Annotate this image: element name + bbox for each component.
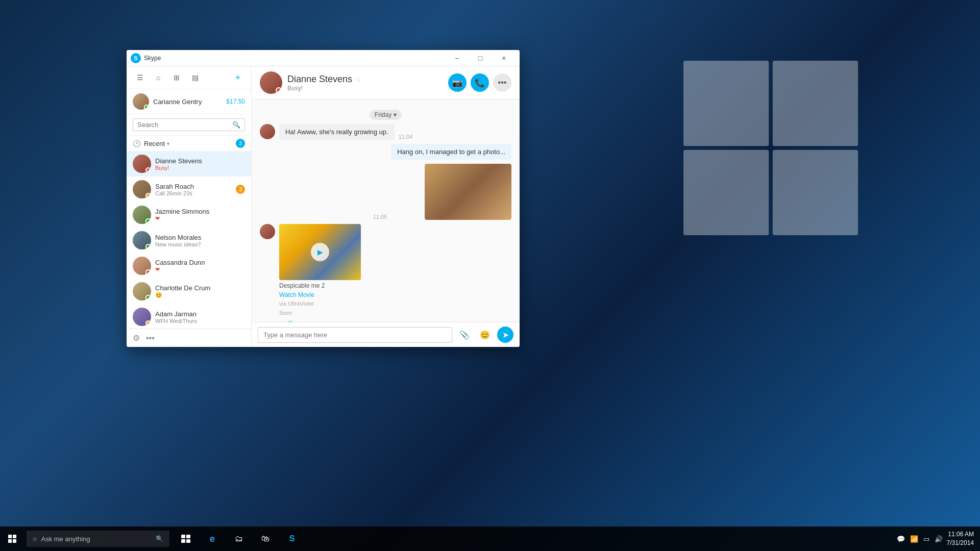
chat-header-name: Dianne Stevens ☆ [287,74,448,85]
skype-main-content: ☰ ⌂ ⊞ ▤ + Carianne Gentry $17.50 🔍 [127,66,520,347]
msg-image-placeholder [425,164,511,220]
contact-item-adam[interactable]: Adam Jarman WFH Wed/Thurs [127,304,251,329]
msg-bubble-2: Hang on, I managed to get a photo... [391,144,511,160]
taskbar-clock[interactable]: 11:06 AM 7/31/2014 [947,530,974,547]
network-icon[interactable]: 📶 [910,535,918,543]
contact-status-sarah: Call 26min 23s [155,190,236,196]
chat-header-actions: 📷 📞 ••• [448,73,511,92]
contact-list: Dianne Stevens Busy! Sarah Roach Call 26… [127,151,251,329]
watch-movie-link[interactable]: Watch Movie [279,291,361,298]
contact-name-jazmine: Jazmine Simmons [155,208,245,215]
contact-name-nelson: Nelson Morales [155,234,245,241]
svg-rect-6 [8,539,12,543]
sidebar-nav: ☰ ⌂ ⊞ ▤ + [127,66,251,89]
recent-label: Recent [144,140,165,147]
more-options-icon[interactable]: ••• [146,334,155,343]
svg-rect-7 [13,539,16,543]
task-view-button[interactable] [174,527,198,551]
voice-call-button[interactable]: 📞 [471,73,489,92]
status-dot-dianne [145,167,151,173]
grid-icon[interactable]: ⊞ [169,70,184,85]
taskbar-icons: e 🗂 🛍 S [174,527,304,551]
date-label-text: Friday [375,111,391,118]
contact-item-cassandra[interactable]: Cassandra Dunn ❤ [127,253,251,279]
store-button[interactable]: 🛍 [253,527,278,551]
settings-icon[interactable]: ⚙ [133,333,140,343]
send-button[interactable]: ➤ [497,327,513,343]
profile-row: Carianne Gentry $17.50 [127,89,251,114]
search-input[interactable] [137,121,229,129]
contact-status-nelson: New music ideas? [155,241,245,247]
video-thumbnail[interactable]: ▶ [279,224,361,280]
chat-messages: Friday ▾ Ha! Awww, she's really growing … [252,99,520,322]
edge-button[interactable]: e [200,527,225,551]
contact-item-charlotte[interactable]: Charlotte De Crum 😊 [127,279,251,304]
msg-text-1: Ha! Awww, she's really growing up. [285,128,388,136]
emoji-button[interactable]: 😊 [477,327,493,343]
contact-info-jazmine: Jazmine Simmons ❤ [155,208,245,222]
notification-icon[interactable]: 💬 [897,535,905,543]
video-call-button[interactable]: 📷 [448,73,467,92]
contact-name-dianne: Dianne Stevens [155,157,245,165]
status-dot-charlotte [145,295,151,300]
contact-avatar-sarah [133,180,151,198]
start-button[interactable] [0,527,24,551]
recent-header[interactable]: 🕐 Recent ▾ 3 [127,136,251,151]
recent-icon: 🕐 [133,140,141,147]
status-dot-nelson [145,244,151,249]
taskbar-right: 💬 📶 ▭ 🔊 11:06 AM 7/31/2014 [897,530,980,547]
volume-icon[interactable]: 🔊 [935,535,943,543]
svg-rect-10 [181,539,185,543]
svg-rect-3 [773,150,858,235]
chat-header-avatar [260,71,282,94]
msg-avatar-3 [260,224,275,239]
video-message: ▶ Despicable me 2 Watch Movie via UltraV… [279,224,361,307]
search-icon: 🔍 [232,121,240,129]
status-dot-jazmine [145,218,151,224]
system-tray-icons: 💬 📶 ▭ 🔊 [897,535,943,543]
play-button[interactable]: ▶ [311,243,329,261]
menu-icon[interactable]: ☰ [133,70,147,85]
status-dot-cassandra [145,269,151,275]
contact-name-charlotte: Charlotte De Crum [155,284,245,292]
contacts-icon[interactable]: ▤ [188,70,202,85]
minimize-button[interactable]: − [445,50,469,66]
msg-time-2: 11:05 [373,214,387,220]
contact-item-sarah[interactable]: Sarah Roach Call 26min 23s 3 [127,177,251,202]
add-button[interactable]: + [231,70,245,85]
my-avatar [133,93,149,110]
display-icon[interactable]: ▭ [923,535,929,543]
my-status-dot [144,105,149,110]
contact-info-sarah: Sarah Roach Call 26min 23s [155,183,236,196]
contact-item-nelson[interactable]: Nelson Morales New music ideas? [127,228,251,253]
video-sub: via UltraViolet [279,300,361,307]
date-chevron-icon: ▾ [394,111,397,118]
attachment-button[interactable]: 📎 [456,327,473,343]
date-label[interactable]: Friday ▾ [370,110,402,120]
contact-status-charlotte: 😊 [155,292,245,298]
home-icon[interactable]: ⌂ [151,70,165,85]
taskbar-search[interactable]: ○ Ask me anything 🔍 [27,531,169,547]
taskbar-search-placeholder: Ask me anything [41,535,90,543]
contact-name-adam: Adam Jarman [155,310,245,318]
skype-taskbar-button[interactable]: S [280,527,304,551]
message-input[interactable] [258,327,452,343]
contact-avatar-charlotte [133,282,151,300]
star-icon[interactable]: ☆ [355,75,362,83]
chat-input-area: 📎 😊 ➤ [252,322,520,347]
contact-item-jazmine[interactable]: Jazmine Simmons ❤ [127,202,251,228]
message-row-1: Ha! Awww, she's really growing up. 11:04 [260,124,511,140]
contact-item-dianne[interactable]: Dianne Stevens Busy! [127,151,251,177]
sidebar-bottom: ⚙ ••• [127,329,251,347]
clock-date: 7/31/2014 [947,539,974,547]
message-row-3: ▶ Despicable me 2 Watch Movie via UltraV… [260,224,511,322]
taskbar-search-icon: 🔍 [156,535,163,542]
close-button[interactable]: × [492,50,516,66]
msg-avatar-1 [260,124,275,139]
more-options-button[interactable]: ••• [493,73,511,92]
maximize-button[interactable]: □ [469,50,492,66]
contact-badge-sarah: 3 [236,185,245,194]
explorer-button[interactable]: 🗂 [227,527,251,551]
chat-header-status: Busy! [287,85,448,92]
contact-name-cassandra: Cassandra Dunn [155,259,245,266]
